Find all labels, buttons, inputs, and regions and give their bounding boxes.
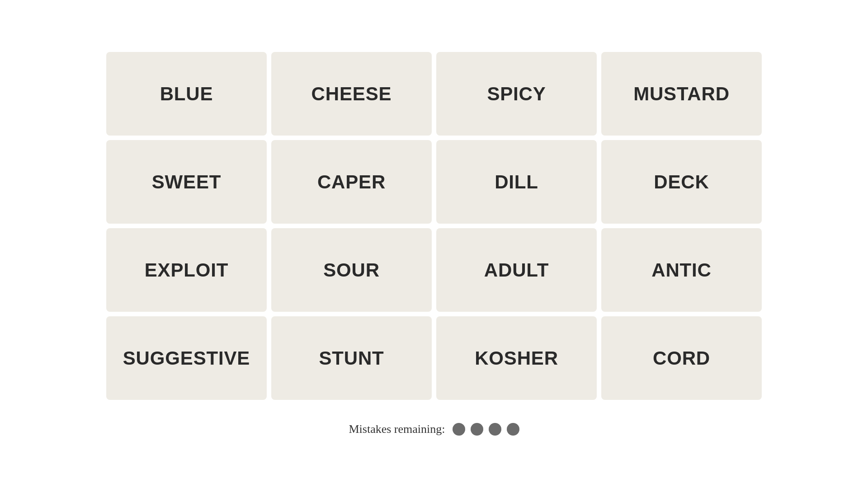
- mistake-dot-3: [489, 423, 501, 436]
- mistakes-dots-container: [453, 423, 519, 436]
- cell-spicy-label: SPICY: [487, 83, 546, 105]
- cell-cord-label: CORD: [653, 347, 710, 369]
- word-grid: BLUECHEESESPICYMUSTARDSWEETCAPERDILLDECK…: [106, 52, 762, 400]
- cell-adult[interactable]: ADULT: [436, 228, 597, 312]
- cell-suggestive-label: SUGGESTIVE: [123, 347, 250, 369]
- cell-antic-label: ANTIC: [651, 259, 712, 281]
- cell-caper-label: CAPER: [317, 171, 386, 193]
- cell-blue-label: BLUE: [160, 83, 213, 105]
- mistakes-section: Mistakes remaining:: [349, 422, 519, 436]
- cell-stunt[interactable]: STUNT: [271, 316, 432, 400]
- cell-kosher-label: KOSHER: [475, 347, 558, 369]
- cell-sour-label: SOUR: [323, 259, 380, 281]
- cell-dill-label: DILL: [495, 171, 538, 193]
- cell-sweet-label: SWEET: [152, 171, 222, 193]
- cell-cheese-label: CHEESE: [311, 83, 392, 105]
- cell-adult-label: ADULT: [484, 259, 549, 281]
- cell-spicy[interactable]: SPICY: [436, 52, 597, 136]
- mistakes-label: Mistakes remaining:: [349, 422, 445, 436]
- cell-antic[interactable]: ANTIC: [601, 228, 762, 312]
- cell-kosher[interactable]: KOSHER: [436, 316, 597, 400]
- cell-cheese[interactable]: CHEESE: [271, 52, 432, 136]
- cell-caper[interactable]: CAPER: [271, 140, 432, 224]
- cell-exploit[interactable]: EXPLOIT: [106, 228, 267, 312]
- cell-suggestive[interactable]: SUGGESTIVE: [106, 316, 267, 400]
- cell-exploit-label: EXPLOIT: [145, 259, 229, 281]
- cell-cord[interactable]: CORD: [601, 316, 762, 400]
- mistake-dot-2: [471, 423, 483, 436]
- mistake-dot-1: [453, 423, 465, 436]
- cell-stunt-label: STUNT: [319, 347, 384, 369]
- mistake-dot-4: [507, 423, 519, 436]
- cell-blue[interactable]: BLUE: [106, 52, 267, 136]
- cell-mustard[interactable]: MUSTARD: [601, 52, 762, 136]
- cell-mustard-label: MUSTARD: [633, 83, 730, 105]
- cell-deck[interactable]: DECK: [601, 140, 762, 224]
- cell-dill[interactable]: DILL: [436, 140, 597, 224]
- cell-deck-label: DECK: [654, 171, 709, 193]
- cell-sweet[interactable]: SWEET: [106, 140, 267, 224]
- cell-sour[interactable]: SOUR: [271, 228, 432, 312]
